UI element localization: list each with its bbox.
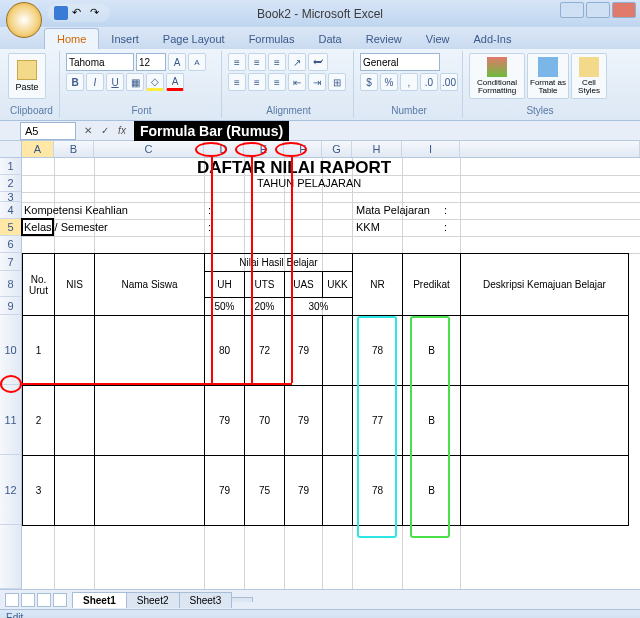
align-middle-button[interactable]: ≡: [248, 53, 266, 71]
number-format-select[interactable]: [360, 53, 440, 71]
row-header[interactable]: 10: [0, 315, 21, 385]
col-header-i[interactable]: I: [402, 141, 460, 157]
tab-addins[interactable]: Add-Ins: [461, 29, 523, 49]
col-header-f[interactable]: F: [284, 141, 322, 157]
decrease-indent-button[interactable]: ⇤: [288, 73, 306, 91]
font-color-button[interactable]: A: [166, 73, 184, 91]
kkm-label: KKM: [356, 221, 380, 233]
tab-home[interactable]: Home: [44, 28, 99, 49]
row-header[interactable]: 2: [0, 175, 21, 192]
worksheet-grid[interactable]: A B C D E F G H I 1 2 3 4 5 6 7 8 9 10 1…: [0, 141, 640, 589]
sheet-title: DAFTAR NILAI RAPORT: [197, 158, 391, 178]
redo-icon[interactable]: ↷: [90, 6, 104, 20]
align-left-button[interactable]: ≡: [228, 73, 246, 91]
undo-icon[interactable]: ↶: [72, 6, 86, 20]
tab-view[interactable]: View: [414, 29, 462, 49]
group-styles: Conditional Formatting Format as Table C…: [465, 51, 615, 118]
sheet-nav-last[interactable]: [53, 593, 67, 607]
th-nis: NIS: [55, 254, 95, 316]
sheet-nav-next[interactable]: [37, 593, 51, 607]
row-header[interactable]: 7: [0, 253, 21, 271]
cell-uts: 72: [245, 316, 285, 386]
formula-bar-annotation: Formula Bar (Rumus): [134, 121, 289, 141]
wrap-text-button[interactable]: ⮨: [308, 53, 328, 71]
align-center-button[interactable]: ≡: [248, 73, 266, 91]
tab-data[interactable]: Data: [306, 29, 353, 49]
row-header[interactable]: 1: [0, 158, 21, 175]
col-header-c[interactable]: C: [94, 141, 204, 157]
colon: :: [208, 221, 211, 233]
merge-button[interactable]: ⊞: [328, 73, 346, 91]
align-top-button[interactable]: ≡: [228, 53, 246, 71]
row-header[interactable]: 6: [0, 236, 21, 253]
col-header-extra[interactable]: [460, 141, 640, 157]
align-right-button[interactable]: ≡: [268, 73, 286, 91]
tab-page-layout[interactable]: Page Layout: [151, 29, 237, 49]
col-header-g[interactable]: G: [322, 141, 352, 157]
row-header[interactable]: [0, 525, 21, 589]
decrease-decimal-button[interactable]: .00: [440, 73, 458, 91]
sheet-nav-first[interactable]: [5, 593, 19, 607]
shrink-font-button[interactable]: A: [188, 53, 206, 71]
sheet-tab[interactable]: Sheet3: [179, 592, 233, 608]
percent-button[interactable]: %: [380, 73, 398, 91]
cancel-formula-button[interactable]: ✕: [80, 123, 96, 139]
fill-color-button[interactable]: ◇: [146, 73, 164, 91]
tab-formulas[interactable]: Formulas: [237, 29, 307, 49]
conditional-formatting-button[interactable]: Conditional Formatting: [469, 53, 525, 99]
underline-button[interactable]: U: [106, 73, 124, 91]
close-button[interactable]: [612, 2, 636, 18]
name-box[interactable]: A5: [20, 122, 76, 140]
bold-button[interactable]: B: [66, 73, 84, 91]
row-header[interactable]: 9: [0, 297, 21, 315]
new-sheet-tab[interactable]: [231, 597, 253, 602]
increase-decimal-button[interactable]: .0: [420, 73, 438, 91]
format-as-table-button[interactable]: Format as Table: [527, 53, 569, 99]
tab-insert[interactable]: Insert: [99, 29, 151, 49]
group-number: $ % , .0 .00 Number: [356, 51, 463, 118]
font-size-select[interactable]: [136, 53, 166, 71]
th-predikat: Predikat: [403, 254, 461, 316]
ribbon: Paste Clipboard A A B I U ▦ ◇ A Font ≡: [0, 49, 640, 121]
save-icon[interactable]: [54, 6, 68, 20]
col-header-b[interactable]: B: [54, 141, 94, 157]
col-header-h[interactable]: H: [352, 141, 402, 157]
col-header-d[interactable]: D: [204, 141, 244, 157]
row-header[interactable]: 12: [0, 455, 21, 525]
grow-font-button[interactable]: A: [168, 53, 186, 71]
minimize-button[interactable]: [560, 2, 584, 18]
paste-button[interactable]: Paste: [8, 53, 46, 99]
tab-review[interactable]: Review: [354, 29, 414, 49]
cell-styles-button[interactable]: Cell Styles: [571, 53, 607, 99]
th-nr: NR: [353, 254, 403, 316]
fx-button[interactable]: fx: [114, 123, 130, 139]
align-bottom-button[interactable]: ≡: [268, 53, 286, 71]
italic-button[interactable]: I: [86, 73, 104, 91]
row-header[interactable]: 8: [0, 271, 21, 297]
font-name-select[interactable]: [66, 53, 134, 71]
sheet-tab[interactable]: Sheet2: [126, 592, 180, 608]
row-header[interactable]: 11: [0, 385, 21, 455]
group-label: Font: [66, 103, 217, 116]
sheet-nav-prev[interactable]: [21, 593, 35, 607]
comma-button[interactable]: ,: [400, 73, 418, 91]
th-no: No. Urut: [23, 254, 55, 316]
sheet-tab[interactable]: Sheet1: [72, 592, 127, 608]
th-uts: UTS: [245, 272, 285, 298]
row-header[interactable]: 3: [0, 192, 21, 202]
office-button[interactable]: [6, 2, 42, 38]
cells-area[interactable]: DAFTAR NILAI RAPORT TAHUN PELAJARAN Komp…: [22, 158, 640, 589]
border-button[interactable]: ▦: [126, 73, 144, 91]
sheet-tab-bar: Sheet1 Sheet2 Sheet3: [0, 589, 640, 609]
increase-indent-button[interactable]: ⇥: [308, 73, 326, 91]
row-header[interactable]: 4: [0, 202, 21, 219]
currency-button[interactable]: $: [360, 73, 378, 91]
col-header-a[interactable]: A: [22, 141, 54, 157]
row-header[interactable]: 5: [0, 219, 21, 236]
cell-pred: B: [403, 456, 461, 526]
select-all-corner[interactable]: [0, 141, 22, 157]
enter-formula-button[interactable]: ✓: [97, 123, 113, 139]
col-header-e[interactable]: E: [244, 141, 284, 157]
maximize-button[interactable]: [586, 2, 610, 18]
orientation-button[interactable]: ↗: [288, 53, 306, 71]
